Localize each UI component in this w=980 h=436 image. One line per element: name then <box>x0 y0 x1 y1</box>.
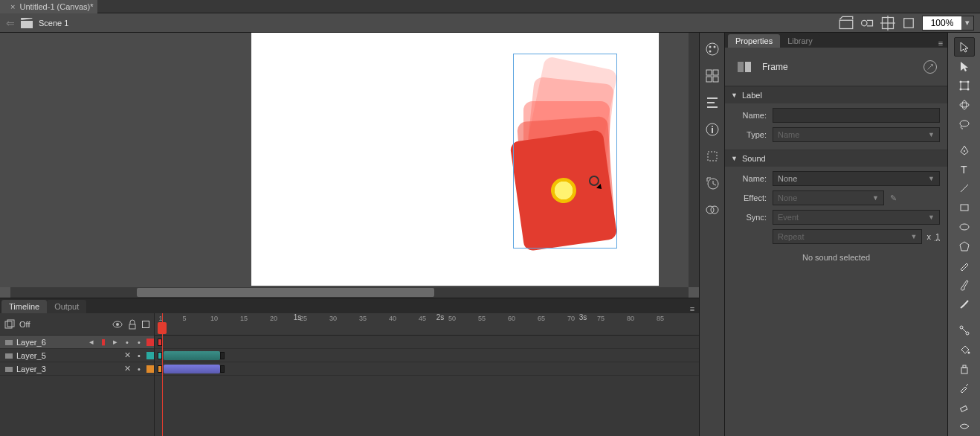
layer-outline-color[interactable] <box>146 352 154 359</box>
repeat-count[interactable]: 1 <box>935 232 940 241</box>
layer-outline-color[interactable] <box>146 339 154 346</box>
tab-library[interactable]: Library <box>780 34 820 48</box>
clip-stage-icon[interactable] <box>901 16 916 31</box>
tween-span[interactable] <box>164 365 220 374</box>
zoom-value[interactable]: 100% <box>923 16 961 30</box>
info-icon[interactable] <box>705 122 720 137</box>
layer-name[interactable]: Layer_6 <box>16 338 84 347</box>
layer-lock-toggle[interactable]: • <box>135 338 144 347</box>
width-tool[interactable] <box>954 417 975 436</box>
layer-name[interactable]: Layer_5 <box>16 351 120 360</box>
document-tab[interactable]: × Untitled-1 (Canvas)* <box>0 0 97 13</box>
color-palette-icon[interactable] <box>705 42 720 57</box>
label-name-input[interactable] <box>773 108 940 123</box>
pencil-tool[interactable] <box>954 256 975 275</box>
close-icon[interactable]: × <box>10 2 15 11</box>
pen-tool[interactable] <box>954 141 975 160</box>
layer-name[interactable]: Layer_3 <box>16 365 120 374</box>
paint-bucket-tool[interactable] <box>954 340 975 359</box>
scene-breadcrumb[interactable]: Scene 1 <box>39 19 68 28</box>
vertical-scrollbar[interactable] <box>689 33 699 287</box>
sound-name-select[interactable]: None▼ <box>773 171 940 186</box>
align-icon[interactable] <box>705 95 720 110</box>
stage-viewport[interactable] <box>0 33 699 298</box>
section-header-label[interactable]: ▼Label <box>725 87 947 103</box>
sound-loop-select[interactable]: Repeat▼ <box>773 229 922 244</box>
back-arrow-icon[interactable]: ⇐ <box>6 17 15 29</box>
scroll-thumb[interactable] <box>137 288 434 297</box>
swatches-icon[interactable] <box>705 68 720 83</box>
oval-tool[interactable] <box>954 217 975 237</box>
horizontal-scrollbar[interactable] <box>0 287 699 298</box>
scroll-left-arrow[interactable] <box>0 287 10 298</box>
label-type-select[interactable]: Name▼ <box>773 127 940 142</box>
onion-marker-icon[interactable]: ▮ <box>99 337 108 347</box>
outline-header-icon[interactable] <box>142 321 149 328</box>
collapse-twisty-icon[interactable]: ▼ <box>731 155 738 162</box>
subselection-tool[interactable] <box>954 57 975 76</box>
help-icon[interactable] <box>923 60 937 74</box>
selection-bounding-box[interactable] <box>513 54 617 249</box>
zoom-control[interactable]: 100% ▾ <box>922 16 974 31</box>
keyframe[interactable] <box>220 365 225 373</box>
layer-row[interactable]: Layer_5 ✕ • <box>0 349 154 362</box>
layer-visibility-toggle[interactable]: ✕ <box>123 364 132 374</box>
zoom-dropdown-icon[interactable]: ▾ <box>961 16 973 30</box>
3d-rotation-tool[interactable] <box>954 95 975 115</box>
panel-menu-icon[interactable]: ≡ <box>934 39 947 48</box>
edit-symbol-icon[interactable] <box>860 16 874 31</box>
onion-skin-mode[interactable]: Off <box>19 320 30 329</box>
sound-sync-label: Sync: <box>732 213 767 222</box>
lock-header-icon[interactable] <box>127 319 138 330</box>
brush-tool[interactable] <box>954 275 975 295</box>
layer-row[interactable]: Layer_3 ✕ • <box>0 362 154 376</box>
text-tool[interactable]: T <box>954 160 975 179</box>
eraser-tool[interactable] <box>954 397 975 417</box>
layer-row[interactable]: Layer_6 ◂ ▮ ▸ • • <box>0 336 154 349</box>
selection-tool[interactable] <box>954 37 975 57</box>
polystar-tool[interactable] <box>954 237 975 256</box>
tab-output[interactable]: Output <box>47 300 86 313</box>
visibility-header-icon[interactable] <box>112 319 123 330</box>
center-stage-icon[interactable] <box>880 16 895 31</box>
playhead[interactable] <box>162 313 163 436</box>
panel-menu-icon[interactable]: ≡ <box>686 304 699 313</box>
frame-track[interactable] <box>155 336 699 349</box>
onion-skin-icon[interactable] <box>4 319 15 330</box>
scroll-right-arrow[interactable] <box>689 287 699 298</box>
lasso-tool[interactable] <box>954 115 975 134</box>
section-header-sound[interactable]: ▼Sound <box>725 150 947 167</box>
edit-effect-icon[interactable]: ✎ <box>890 193 897 203</box>
transform-icon[interactable] <box>705 149 720 164</box>
frame-track[interactable] <box>155 349 699 362</box>
sound-effect-select[interactable]: None▼ <box>773 190 884 205</box>
bone-tool[interactable] <box>954 321 975 340</box>
collapse-twisty-icon[interactable]: ▼ <box>731 92 738 99</box>
tween-span[interactable] <box>164 351 220 360</box>
layer-outline-color[interactable] <box>146 365 154 373</box>
tab-timeline[interactable]: Timeline <box>1 300 47 313</box>
layer-visibility-toggle[interactable]: • <box>123 338 132 347</box>
rectangle-tool[interactable] <box>954 198 975 217</box>
ink-bottle-tool[interactable] <box>954 359 975 379</box>
keyframe[interactable] <box>220 352 225 359</box>
free-transform-tool[interactable] <box>954 76 975 95</box>
scroll-track[interactable] <box>10 287 689 298</box>
ruler-tick: 25 <box>300 315 307 322</box>
frame-ruler[interactable]: 1s 2s 3s 1 5 10 15 20 25 30 35 40 45 50 <box>155 313 699 336</box>
tab-properties[interactable]: Properties <box>728 34 780 48</box>
layer-lock-toggle[interactable]: • <box>135 365 144 374</box>
eyedropper-tool[interactable] <box>954 378 975 397</box>
frames-area[interactable]: 1s 2s 3s 1 5 10 15 20 25 30 35 40 45 50 <box>155 313 699 436</box>
line-tool[interactable] <box>954 179 975 199</box>
cc-libraries-icon[interactable] <box>705 202 720 217</box>
history-icon[interactable] <box>705 176 720 190</box>
onion-prev-icon[interactable]: ◂ <box>87 337 96 347</box>
layer-lock-toggle[interactable]: • <box>135 351 144 360</box>
paint-brush-tool[interactable] <box>954 295 975 314</box>
edit-scene-icon[interactable] <box>839 16 854 31</box>
onion-next-icon[interactable]: ▸ <box>111 337 120 347</box>
sound-sync-select[interactable]: Event▼ <box>773 210 940 225</box>
frame-track[interactable] <box>155 362 699 376</box>
layer-visibility-toggle[interactable]: ✕ <box>123 350 132 360</box>
